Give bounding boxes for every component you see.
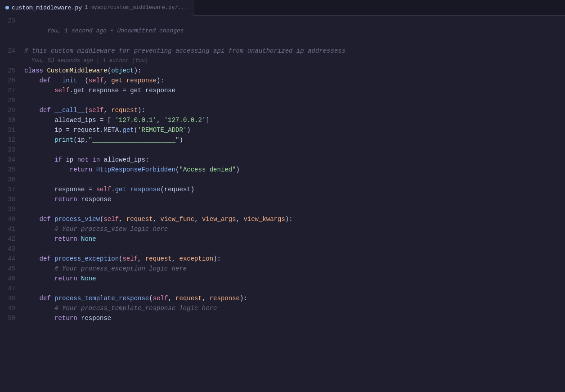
- code-line-27: 27 self.get_response = get_response: [0, 86, 565, 95]
- code-line-30: 30 allowed_ips = [ '127.0.0.1', '127.0.0…: [0, 115, 565, 125]
- line-num-47: 47: [0, 284, 22, 293]
- blame-annotation-24: You, 53 seconds ago | 1 author (You): [31, 56, 148, 66]
- tab-filename: custom_middleware.py: [12, 5, 82, 11]
- tab-custom-middleware[interactable]: custom_middleware.py 1 myapp/custom_midd…: [0, 0, 193, 16]
- code-line-23: 23 You, 1 second ago • Uncommitted chang…: [0, 16, 565, 46]
- line-content-32: print(ip,"______________________"): [22, 135, 565, 145]
- line-content-24: # this custom middleware for preventing …: [22, 46, 565, 56]
- line-num-37: 37: [0, 185, 22, 194]
- line-content-29: def __call__(self, request):: [22, 105, 565, 115]
- line-content-34: if ip not in allowed_ips:: [22, 155, 565, 165]
- code-line-42: 42 return None: [0, 234, 565, 244]
- file-dot-icon: [5, 6, 9, 9]
- code-line-50: 50 return response: [0, 313, 565, 323]
- line-content-49: # Your process_template_response logic h…: [22, 303, 565, 313]
- code-line-34: 34 if ip not in allowed_ips:: [0, 155, 565, 165]
- code-line-40: 40 def process_view(self, request, view_…: [0, 214, 565, 224]
- line-num-32: 32: [0, 135, 22, 145]
- code-line-43: 43: [0, 244, 565, 254]
- code-line-39: 39: [0, 204, 565, 214]
- code-line-36: 36: [0, 175, 565, 185]
- code-line-45: 45 # Your process_exception logic here: [0, 264, 565, 274]
- code-line-32: 32 print(ip,"______________________"): [0, 135, 565, 145]
- line-num-28: 28: [0, 95, 22, 105]
- code-line-49: 49 # Your process_template_response logi…: [0, 303, 565, 313]
- tab-bar: custom_middleware.py 1 myapp/custom_midd…: [0, 0, 565, 16]
- blame-line-24: You, 53 seconds ago | 1 author (You): [0, 56, 565, 66]
- line-content-30: allowed_ips = [ '127.0.0.1', '127.0.0.2'…: [22, 115, 565, 125]
- line-num-45: 45: [0, 264, 22, 274]
- line-num-48: 48: [0, 293, 22, 303]
- line-content-50: return response: [22, 313, 565, 323]
- line-num-38: 38: [0, 194, 22, 204]
- line-content-42: return None: [22, 234, 565, 244]
- code-line-47: 47: [0, 284, 565, 293]
- code-line-41: 41 # Your process_view logic here: [0, 224, 565, 234]
- line-num-41: 41: [0, 224, 22, 234]
- line-num-44: 44: [0, 254, 22, 264]
- line-content-31: ip = request.META.get('REMOTE_ADDR'): [22, 125, 565, 135]
- line-content-48: def process_template_response(self, requ…: [22, 293, 565, 303]
- blame-header-text: You, 1 second ago • Uncommitted changes: [47, 27, 184, 34]
- code-line-44: 44 def process_exception(self, request, …: [0, 254, 565, 264]
- line-content-26: def __init__(self, get_response):: [22, 76, 565, 86]
- code-line-31: 31 ip = request.META.get('REMOTE_ADDR'): [0, 125, 565, 135]
- line-content-44: def process_exception(self, request, exc…: [22, 254, 565, 264]
- tab-num: 1: [85, 5, 88, 11]
- line-content-35: return HttpResponseForbidden("Access den…: [22, 165, 565, 175]
- line-num-26: 26: [0, 76, 22, 86]
- code-line-35: 35 return HttpResponseForbidden("Access …: [0, 165, 565, 175]
- line-num-25: 25: [0, 66, 22, 76]
- code-line-37: 37 response = self.get_response(request): [0, 185, 565, 194]
- line-content-46: return None: [22, 274, 565, 284]
- line-content-37: response = self.get_response(request): [22, 185, 565, 194]
- line-num-43: 43: [0, 244, 22, 254]
- code-line-38: 38 return response: [0, 194, 565, 204]
- code-line-33: 33: [0, 145, 565, 155]
- code-line-26: 26 def __init__(self, get_response):: [0, 76, 565, 86]
- code-line-25: 25 class CustomMiddleware(object):: [0, 66, 565, 76]
- line-num-49: 49: [0, 303, 22, 313]
- line-num-50: 50: [0, 313, 22, 323]
- tab-path: myapp/custom_middleware.py/...: [90, 5, 188, 11]
- line-content-27: self.get_response = get_response: [22, 86, 565, 95]
- line-num-31: 31: [0, 125, 22, 135]
- code-line-46: 46 return None: [0, 274, 565, 284]
- line-num-40: 40: [0, 214, 22, 224]
- line-num-23: 23: [0, 16, 22, 26]
- line-num-33: 33: [0, 145, 22, 155]
- line-content-25: class CustomMiddleware(object):: [22, 66, 565, 76]
- line-num-24: 24: [0, 46, 22, 56]
- line-num-42: 42: [0, 234, 22, 244]
- line-num-27: 27: [0, 86, 22, 95]
- line-num-35: 35: [0, 165, 22, 175]
- line-num-34: 34: [0, 155, 22, 165]
- line-num-30: 30: [0, 115, 22, 125]
- line-content-45: # Your process_exception logic here: [22, 264, 565, 274]
- line-content-41: # Your process_view logic here: [22, 224, 565, 234]
- code-line-48: 48 def process_template_response(self, r…: [0, 293, 565, 303]
- line-content-38: return response: [22, 194, 565, 204]
- line-num-46: 46: [0, 274, 22, 284]
- line-num-29: 29: [0, 105, 22, 115]
- line-content-23: You, 1 second ago • Uncommitted changes: [22, 16, 565, 46]
- line-content-40: def process_view(self, request, view_fun…: [22, 214, 565, 224]
- code-line-28: 28: [0, 95, 565, 105]
- editor-area: 23 You, 1 second ago • Uncommitted chang…: [0, 16, 565, 323]
- line-num-36: 36: [0, 175, 22, 185]
- code-line-24: 24 # this custom middleware for preventi…: [0, 46, 565, 56]
- line-num-39: 39: [0, 204, 22, 214]
- code-line-29: 29 def __call__(self, request):: [0, 105, 565, 115]
